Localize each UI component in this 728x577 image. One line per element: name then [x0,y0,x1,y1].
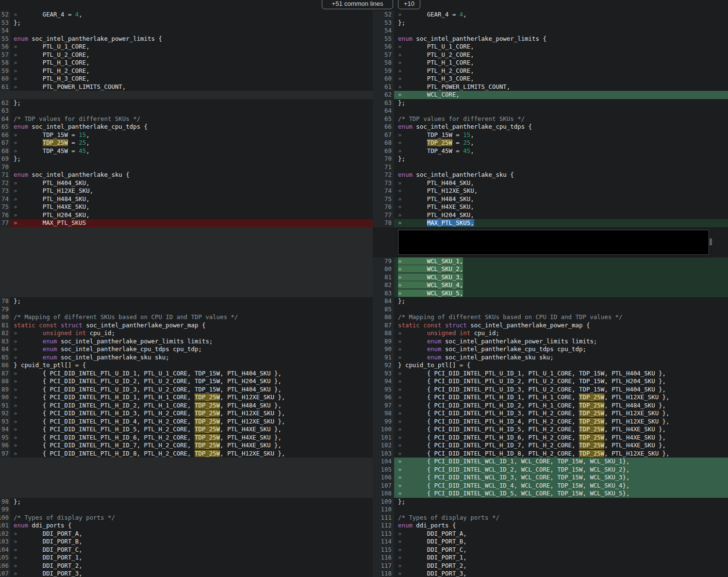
line-number[interactable]: 74 [373,187,394,195]
line-number[interactable]: 97 [0,450,10,458]
line-number[interactable]: 80 [373,265,394,273]
line-number[interactable]: 63 [373,99,394,107]
line-number[interactable]: 61 [0,83,10,91]
line-number[interactable]: 76 [373,203,394,211]
line-number[interactable]: 68 [373,139,394,147]
line-number[interactable]: 71 [0,171,10,179]
line-number[interactable]: 98 [373,409,394,418]
line-number[interactable]: 110 [373,506,394,514]
line-number[interactable]: 85 [373,305,394,314]
line-number[interactable]: 62 [0,99,10,107]
line-number[interactable]: 84 [373,297,394,305]
line-number[interactable]: 75 [373,195,394,204]
line-number[interactable]: 60 [0,75,10,83]
line-number[interactable]: 82 [0,329,10,338]
line-number[interactable]: 71 [373,163,394,171]
line-number[interactable]: 100 [0,514,10,522]
line-number[interactable]: 91 [0,402,10,410]
line-number[interactable]: 72 [373,171,394,179]
line-number[interactable]: 52 [373,11,394,19]
line-number[interactable]: 79 [373,257,394,266]
line-number[interactable]: 59 [373,67,394,75]
line-number[interactable]: 69 [373,147,394,155]
line-number[interactable]: 100 [373,425,394,434]
line-number[interactable]: 83 [373,289,394,298]
line-number[interactable]: 88 [373,329,394,338]
line-number[interactable]: 92 [373,361,394,370]
line-number[interactable]: 102 [373,441,394,450]
line-number[interactable]: 69 [0,155,10,163]
line-number[interactable]: 56 [373,43,394,51]
line-number[interactable]: 64 [373,107,394,115]
line-number[interactable]: 96 [373,393,394,402]
line-number[interactable]: 74 [0,195,10,204]
line-number[interactable]: 95 [373,386,394,394]
line-number[interactable]: 58 [0,59,10,67]
line-number[interactable]: 107 [373,482,394,490]
line-number[interactable]: 84 [0,345,10,354]
line-number[interactable]: 77 [373,211,394,220]
line-number[interactable]: 70 [0,163,10,171]
line-number[interactable]: 72 [0,179,10,187]
expand-common-lines-button[interactable]: +51 common lines [322,0,393,9]
line-number[interactable]: 81 [373,273,394,282]
line-number[interactable]: 107 [0,570,10,577]
line-number[interactable]: 89 [373,338,394,346]
line-number[interactable]: 63 [0,107,10,115]
line-number[interactable]: 68 [0,147,10,155]
line-number[interactable]: 78 [373,219,394,227]
line-number[interactable]: 54 [373,27,394,35]
line-number[interactable]: 80 [0,313,10,322]
line-number[interactable]: 62 [373,91,394,99]
line-number[interactable]: 65 [373,115,394,123]
line-number[interactable]: 101 [0,522,10,530]
line-number[interactable]: 104 [373,458,394,466]
line-number[interactable]: 118 [373,570,394,577]
line-number[interactable]: 66 [0,131,10,139]
line-number[interactable]: 93 [373,370,394,378]
line-number[interactable]: 55 [373,35,394,43]
line-number[interactable]: 53 [0,19,10,27]
line-number[interactable]: 79 [0,305,10,314]
line-number[interactable]: 98 [0,498,10,506]
line-number[interactable]: 75 [0,203,10,211]
line-number[interactable]: 97 [373,402,394,410]
line-number[interactable]: 103 [373,450,394,458]
line-number[interactable]: 61 [373,83,394,91]
line-number[interactable]: 73 [0,187,10,195]
line-number[interactable]: 52 [0,11,10,19]
line-number[interactable]: 58 [373,59,394,67]
line-number[interactable]: 99 [0,506,10,514]
line-number[interactable]: 87 [373,322,394,330]
line-number[interactable]: 103 [0,538,10,546]
line-number[interactable]: 90 [373,345,394,354]
line-number[interactable]: 95 [0,434,10,442]
line-number[interactable]: 112 [373,522,394,530]
line-number[interactable]: 57 [0,51,10,59]
line-number[interactable]: 91 [373,354,394,362]
line-number[interactable]: 93 [0,418,10,426]
line-number[interactable]: 85 [0,354,10,362]
line-number[interactable]: 105 [373,466,394,474]
line-number[interactable]: 106 [0,562,10,570]
line-number[interactable]: 70 [373,155,394,163]
line-number[interactable]: 54 [0,27,10,35]
line-number[interactable]: 77 [0,219,10,227]
line-number[interactable]: 60 [373,75,394,83]
line-number[interactable]: 57 [373,51,394,59]
line-number[interactable]: 56 [0,43,10,51]
line-number[interactable]: 96 [0,441,10,450]
line-number[interactable]: 66 [373,123,394,131]
line-number[interactable]: 117 [373,562,394,570]
line-number[interactable]: 67 [373,131,394,139]
line-number[interactable]: 65 [0,123,10,131]
line-number[interactable]: 90 [0,393,10,402]
line-number[interactable]: 108 [373,490,394,498]
line-number[interactable]: 106 [373,474,394,482]
line-number[interactable]: 99 [373,418,394,426]
line-number[interactable]: 109 [373,498,394,506]
line-number[interactable]: 101 [373,434,394,442]
line-number[interactable]: 67 [0,139,10,147]
expand-more-button[interactable]: +10 [398,0,420,9]
line-number[interactable]: 113 [373,530,394,538]
